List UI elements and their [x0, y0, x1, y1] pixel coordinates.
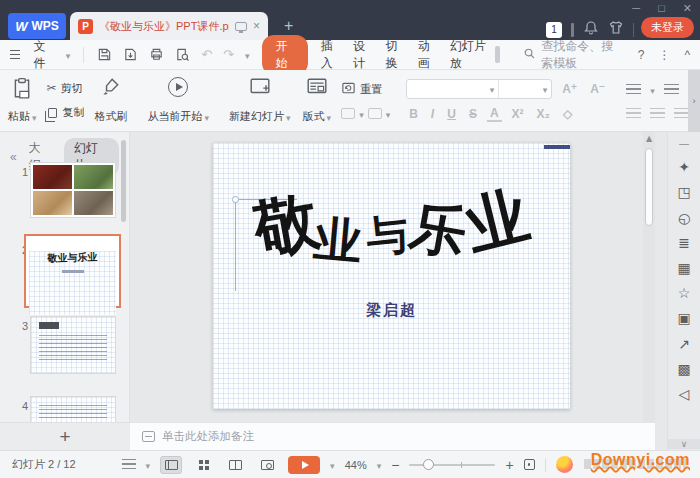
layers-icon[interactable]: ◳: [677, 185, 690, 199]
toolbar-expand-strip[interactable]: [688, 70, 700, 132]
italic-button[interactable]: I: [428, 107, 437, 121]
format-painter-button[interactable]: 格式刷: [93, 74, 130, 127]
align-left-icon[interactable]: [626, 108, 641, 119]
font-size-select[interactable]: [499, 80, 551, 98]
minimize-icon[interactable]: ─: [632, 2, 640, 15]
bold-button[interactable]: B: [406, 107, 421, 121]
slide-canvas-area[interactable]: 敬 业 与 乐 业 梁启超 ▲: [130, 132, 655, 422]
zoom-chevron-icon[interactable]: [377, 459, 382, 471]
zoom-level[interactable]: 44%: [345, 459, 367, 471]
slide-4-thumbnail[interactable]: [30, 396, 116, 422]
slide-title[interactable]: 敬 业 与 乐 业: [213, 191, 570, 255]
section-button-disabled[interactable]: [341, 108, 390, 120]
bullet-list-icon[interactable]: [626, 84, 641, 95]
decrease-font-button[interactable]: A⁻: [587, 82, 608, 96]
new-slide-button[interactable]: 新建幻灯片: [227, 74, 293, 127]
hamburger-icon[interactable]: [10, 50, 20, 59]
shapes-icon[interactable]: ◵: [678, 211, 690, 225]
bell-icon[interactable]: [583, 20, 599, 39]
fit-to-window-icon[interactable]: [524, 459, 535, 470]
panel-collapse-icon[interactable]: «: [10, 150, 17, 164]
menu-file[interactable]: 文件: [33, 38, 52, 72]
tab-slideshow[interactable]: 幻灯片放: [450, 38, 489, 72]
print-icon[interactable]: [149, 47, 164, 62]
tab-transition[interactable]: 切换: [385, 38, 404, 72]
collapse-ribbon-icon[interactable]: ^: [684, 48, 690, 62]
assistant-avatar[interactable]: [556, 456, 573, 473]
slide-page[interactable]: 敬 业 与 乐 业 梁启超: [213, 143, 570, 409]
more-icon[interactable]: ⋮: [658, 48, 670, 62]
clear-format-button[interactable]: ◇: [560, 107, 575, 121]
redo-icon[interactable]: ↷: [223, 47, 234, 62]
tab-design[interactable]: 设计: [353, 38, 372, 72]
share-icon[interactable]: ↗: [678, 337, 690, 351]
strikethrough-button[interactable]: S: [466, 107, 480, 121]
add-slide-button[interactable]: +: [59, 427, 70, 446]
tab-home[interactable]: 开始: [262, 35, 307, 75]
font-name-select[interactable]: [407, 80, 499, 98]
favorites-star-icon[interactable]: ☆: [678, 286, 691, 300]
rail-more-chevron-icon[interactable]: [668, 439, 700, 449]
slide-3-thumbnail[interactable]: [30, 316, 116, 374]
export-pdf-icon[interactable]: [123, 47, 138, 62]
wps-home-button[interactable]: W WPS: [8, 13, 66, 39]
notes-toggle-chevron-icon[interactable]: [146, 459, 151, 471]
slideshow-play-button[interactable]: [288, 456, 320, 474]
canvas-scrollbar-thumb[interactable]: [645, 148, 653, 226]
maximize-icon[interactable]: □: [658, 2, 665, 15]
beautify-icon[interactable]: ✦: [678, 160, 690, 174]
slide-author[interactable]: 梁启超: [213, 301, 570, 320]
rail-handle-icon[interactable]: —: [679, 138, 690, 149]
layout-button[interactable]: 版式: [301, 74, 334, 127]
panel-scrollbar[interactable]: [121, 140, 126, 222]
zoom-slider[interactable]: [409, 464, 495, 466]
zoom-slider-handle[interactable]: [423, 459, 434, 470]
presenter-view-button[interactable]: [256, 456, 278, 474]
increase-font-button[interactable]: A⁺: [559, 82, 580, 96]
normal-view-button[interactable]: [160, 456, 182, 474]
image-library-icon[interactable]: ▩: [677, 362, 690, 376]
tab-animation[interactable]: 动画: [418, 38, 437, 72]
slide-design-icon[interactable]: ▦: [677, 261, 690, 275]
slide-2-thumbnail-selected[interactable]: 敬业与乐业: [24, 234, 121, 308]
save-icon[interactable]: [97, 47, 112, 62]
font-color-button[interactable]: A: [487, 106, 502, 122]
reading-view-button[interactable]: [224, 456, 246, 474]
scroll-up-icon[interactable]: ▲: [643, 134, 655, 143]
doc-count-badge[interactable]: 1: [546, 22, 562, 38]
paste-button[interactable]: 粘贴: [6, 74, 39, 127]
document-tab[interactable]: 《敬业与乐业》PPT课件.ppt: [70, 12, 268, 40]
login-button[interactable]: 未登录: [641, 17, 694, 38]
underline-button[interactable]: U: [444, 107, 459, 121]
play-from-current-button[interactable]: 从当前开始: [146, 74, 212, 127]
session-monitor-icon[interactable]: [235, 22, 247, 31]
cut-button[interactable]: 剪切: [47, 81, 85, 96]
align-right-icon[interactable]: [674, 108, 689, 119]
tab-insert[interactable]: 插入: [321, 38, 340, 72]
align-center-icon[interactable]: [650, 108, 665, 119]
new-tab-icon[interactable]: [284, 17, 293, 35]
numbered-list-icon[interactable]: [664, 84, 679, 95]
slide-1-thumbnail[interactable]: [30, 162, 116, 218]
help-icon[interactable]: ?: [638, 48, 645, 62]
notes-bar[interactable]: 单击此处添加备注: [130, 422, 655, 450]
subscript-button[interactable]: X₂: [534, 107, 553, 121]
zoom-in-button[interactable]: +: [505, 458, 513, 472]
audio-icon[interactable]: ◁: [679, 387, 690, 401]
canvas-scrollbar[interactable]: ▲: [643, 132, 655, 422]
play-options-chevron-icon[interactable]: [330, 459, 335, 471]
notes-toggle-icon[interactable]: [122, 459, 136, 470]
quickbar-chevron-icon[interactable]: [245, 48, 250, 62]
superscript-button[interactable]: X²: [509, 107, 527, 121]
file-chevron-icon[interactable]: [66, 48, 71, 62]
reset-button[interactable]: 重置: [341, 81, 390, 97]
skin-theme-icon[interactable]: [608, 20, 624, 39]
slide-sorter-button[interactable]: [192, 456, 214, 474]
close-icon[interactable]: ✕: [683, 2, 692, 15]
object-properties-icon[interactable]: ≣: [678, 236, 690, 250]
copy-button[interactable]: 复制: [47, 105, 85, 120]
command-search[interactable]: 查找命令、搜索模板: [523, 38, 624, 72]
print-preview-icon[interactable]: [175, 47, 190, 62]
tab-close-icon[interactable]: [253, 19, 260, 33]
zoom-out-button[interactable]: −: [391, 458, 399, 472]
